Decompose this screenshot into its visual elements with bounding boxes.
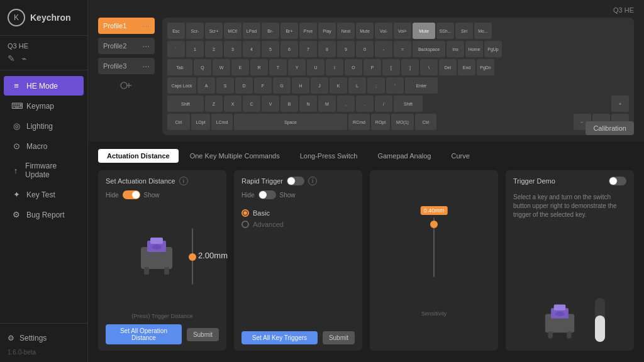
key-ss[interactable]: SSh... <box>436 23 454 39</box>
rapid-toggle[interactable] <box>287 177 304 185</box>
key-scrl2[interactable]: Scr+ <box>205 23 223 39</box>
actuation-toggle[interactable] <box>123 190 140 199</box>
key-j[interactable]: J <box>311 77 328 94</box>
sidebar-item-macro[interactable]: ⊙ Macro <box>4 136 84 156</box>
key-dash[interactable]: - <box>375 41 392 57</box>
key-9[interactable]: 9 <box>337 41 355 57</box>
key-0[interactable]: 0 <box>356 41 374 57</box>
tab-long-press[interactable]: Long-Press Switch <box>291 149 367 163</box>
key-br-[interactable]: Br- <box>262 23 279 39</box>
key-mute[interactable]: Mute <box>356 23 374 39</box>
actuation-handle[interactable] <box>189 253 196 261</box>
key-c[interactable]: C <box>243 96 260 112</box>
actuation-info-icon[interactable]: i <box>179 177 188 185</box>
key-2[interactable]: 2 <box>205 41 223 57</box>
key-l[interactable]: L <box>348 77 366 94</box>
profile-3-btn[interactable]: Profile3 ··· <box>98 58 155 74</box>
key-y[interactable]: Y <box>288 59 306 75</box>
key-q[interactable]: Q <box>194 59 211 75</box>
key-ins[interactable]: Ins <box>447 41 464 57</box>
key-mctl[interactable]: MCt! <box>224 23 242 39</box>
key-lctrl[interactable]: Ctrl <box>167 114 190 130</box>
key-i[interactable]: I <box>326 59 343 75</box>
rapid-advanced-option[interactable]: Advanced <box>242 221 355 228</box>
key-t[interactable]: T <box>269 59 287 75</box>
key-vol-[interactable]: Vol- <box>375 23 392 39</box>
key-p[interactable]: P <box>364 59 381 75</box>
key-k[interactable]: K <box>330 77 347 94</box>
key-3[interactable]: 3 <box>224 41 242 57</box>
key-mute2[interactable]: Mute <box>413 23 435 39</box>
key-lopt[interactable]: LOpt <box>191 114 210 130</box>
trigger-demo-toggle[interactable] <box>609 177 626 185</box>
key-rcmd[interactable]: RCmd <box>348 114 370 130</box>
rapid-hide-toggle[interactable] <box>258 190 276 199</box>
key-esc[interactable]: Esc <box>167 23 185 39</box>
key-equals[interactable]: = <box>394 41 411 57</box>
key-n[interactable]: N <box>299 96 317 112</box>
key-e[interactable]: E <box>231 59 249 75</box>
key-z[interactable]: Z <box>205 96 223 112</box>
sidebar-item-firmware[interactable]: ↑ Firmware Update <box>4 156 84 184</box>
key-space[interactable]: Space <box>234 114 347 130</box>
key-lcmd[interactable]: LCmd <box>211 114 233 130</box>
key-backtick[interactable]: ` <box>167 41 185 57</box>
profile-2-btn[interactable]: Profile2 ··· <box>98 38 155 54</box>
key-d[interactable]: D <box>235 77 253 94</box>
tab-multiple-commands[interactable]: One Key Multiple Commands <box>181 149 289 163</box>
key-slash[interactable]: / <box>375 96 392 112</box>
key-lpad[interactable]: LPad <box>243 23 260 39</box>
key-5[interactable]: 5 <box>262 41 279 57</box>
rapid-submit-btn[interactable]: Submit <box>323 331 355 344</box>
add-profile-btn[interactable] <box>98 80 155 90</box>
key-8[interactable]: 8 <box>318 41 336 57</box>
key-x[interactable]: X <box>224 96 242 112</box>
link-icon[interactable]: ⌁ <box>21 53 26 63</box>
sidebar-item-keymap[interactable]: ⌨ Keymap <box>4 96 84 116</box>
rapid-basic-option[interactable]: Basic <box>242 209 355 217</box>
key-prev[interactable]: Prve <box>299 23 317 39</box>
sensitivity-handle[interactable] <box>430 221 438 228</box>
sidebar-item-he-mode[interactable]: ≡ HE Mode <box>4 76 84 96</box>
profile-3-menu-icon[interactable]: ··· <box>142 61 150 71</box>
key-h[interactable]: H <box>292 77 309 94</box>
key-quote[interactable]: ' <box>386 77 404 94</box>
key-vol+[interactable]: Vol+ <box>394 23 411 39</box>
key-next[interactable]: Next <box>337 23 355 39</box>
calibration-button[interactable]: Calibration <box>586 121 634 135</box>
key-u[interactable]: U <box>307 59 325 75</box>
key-lshift[interactable]: Shift <box>167 96 204 112</box>
edit-icon[interactable]: ✎ <box>8 53 15 63</box>
key-r[interactable]: R <box>250 59 268 75</box>
key-play[interactable]: Play <box>318 23 336 39</box>
key-mo[interactable]: Mo... <box>474 23 492 39</box>
key-comma[interactable]: , <box>337 96 355 112</box>
key-scrl1[interactable]: Scr- <box>186 23 204 39</box>
key-rbracket[interactable]: ] <box>401 59 419 75</box>
profile-2-menu-icon[interactable]: ··· <box>142 41 150 51</box>
key-tab[interactable]: Tab <box>167 59 192 75</box>
profile-1-menu-icon[interactable]: ··· <box>142 21 150 31</box>
rapid-set-all-btn[interactable]: Set All Key Triggers <box>242 331 318 344</box>
key-rctrl[interactable]: Ctrl <box>415 114 436 130</box>
key-g[interactable]: G <box>273 77 291 94</box>
key-7[interactable]: 7 <box>299 41 317 57</box>
rapid-info-icon[interactable]: i <box>308 177 317 185</box>
key-a[interactable]: A <box>197 77 215 94</box>
sidebar-item-key-test[interactable]: ✦ Key Test <box>4 185 84 204</box>
key-m[interactable]: M <box>318 96 336 112</box>
key-backspace[interactable]: Backspace <box>413 41 445 57</box>
key-enter[interactable]: Enter <box>405 77 438 94</box>
profile-1-btn[interactable]: Profile1 ··· <box>98 18 155 34</box>
actuation-set-all-btn[interactable]: Set All Operation Distance <box>106 324 182 344</box>
tab-gamepad[interactable]: Gamepad Analog <box>369 149 440 163</box>
sidebar-item-lighting[interactable]: ◎ Lighting <box>4 116 84 136</box>
key-pgdn[interactable]: PgDn <box>477 59 494 75</box>
key-6[interactable]: 6 <box>280 41 298 57</box>
key-b[interactable]: B <box>280 96 298 112</box>
key-period[interactable]: . <box>356 96 374 112</box>
key-end[interactable]: End <box>458 59 475 75</box>
key-1[interactable]: 1 <box>186 41 204 57</box>
tab-actuation-distance[interactable]: Actuation Distance <box>98 149 179 163</box>
key-4[interactable]: 4 <box>243 41 260 57</box>
